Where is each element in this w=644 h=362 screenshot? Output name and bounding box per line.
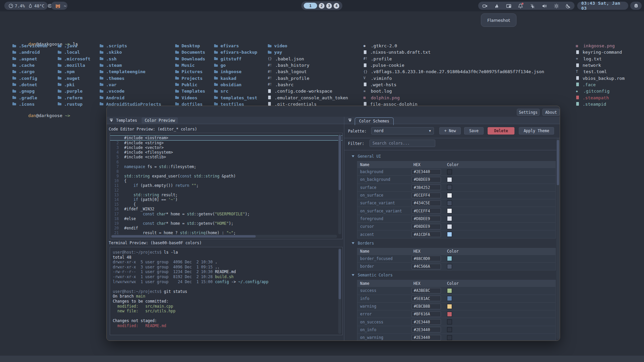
settings-button[interactable]: Settings [517,109,540,116]
delete-button[interactable]: Delete [488,127,514,135]
hex-value-field[interactable]: #4C566A [411,264,441,269]
hex-value-field[interactable]: #A1CDFA [411,231,441,237]
section-header[interactable]: General UI [352,154,556,159]
color-swatch[interactable] [447,304,452,309]
color-swatch[interactable] [447,169,452,174]
color-swatch[interactable] [447,335,452,340]
folder-icon [100,76,104,80]
color-swatch[interactable] [447,288,452,293]
schemes-scrollbar[interactable] [556,138,559,339]
line-number: 8 [110,169,119,174]
screen-lock-icon[interactable] [506,3,511,8]
workspace-1-active[interactable]: 1 [304,3,317,9]
hex-value-field[interactable]: #2E3440 [411,327,441,332]
hex-value-field[interactable]: #5E81AC [411,296,441,301]
brightness-sun-icon[interactable] [554,3,559,8]
tab-color-schemes[interactable]: Color Schemes [355,117,394,125]
color-swatch[interactable] [447,185,452,190]
file-name: .icons [19,102,35,107]
about-button[interactable]: About [542,109,560,116]
file-entry: Ttest.toml [576,68,625,75]
color-swatch[interactable] [447,319,452,324]
hex-value-field[interactable]: #3B4252 [411,185,441,190]
terminal-app-pill[interactable]: ~ [51,2,67,10]
scrollbar-thumb[interactable] [557,140,559,185]
hex-value-field[interactable]: #D8DEE9 [411,216,441,221]
file-name: .microsoft [64,56,90,61]
line-number: 19 [110,221,119,226]
scrollbar-thumb[interactable] [339,249,341,299]
color-swatch[interactable] [447,232,452,237]
file-name: .emulator_console_auth_token [275,95,348,100]
hex-value-field[interactable]: #434C5E [411,200,441,206]
color-swatch[interactable] [447,201,452,206]
folder-icon [12,96,16,100]
color-swatch[interactable] [447,208,452,213]
collapse-icon[interactable] [109,118,113,122]
file-name: .local [64,50,80,55]
terminal-vscrollbar[interactable] [338,248,341,334]
video-camera-icon[interactable] [482,3,487,8]
editor-hscrollbar[interactable] [111,235,337,238]
hex-value-field[interactable]: #D8DEE9 [411,177,441,183]
color-swatch[interactable] [447,224,452,229]
hex-value-field[interactable]: #ECEFF4 [411,208,441,214]
scrollbar-thumb[interactable] [339,135,341,190]
hex-value-field[interactable]: #ECEFF4 [411,193,441,198]
workspace-4[interactable]: 4 [334,3,339,9]
workspace-3[interactable]: 3 [326,3,332,9]
hex-value-field[interactable]: #88C0D0 [411,256,441,261]
clock[interactable]: 03:43 Sat, Jan 03 [577,2,628,10]
hex-value-field[interactable]: #2E3440 [411,319,441,325]
folder-icon [175,63,179,67]
shell-file-icon: #! [268,63,273,67]
color-swatch[interactable] [447,216,452,221]
collapse-icon[interactable] [348,118,352,122]
folder-icon [175,44,179,48]
tab-templates[interactable]: Templates [116,118,137,123]
section-header[interactable]: Semantic Colors [352,272,556,278]
hex-value-field[interactable]: #2E3440 [411,169,441,175]
save-button[interactable]: Save [464,127,484,135]
hex-value-field[interactable]: #D8DEE9 [411,224,441,229]
terminal-line: -rw-r--r-- 1 user group 1234 Dec 2 10:30… [110,269,342,274]
color-swatch[interactable] [447,193,452,198]
file-name: .bash_profile [275,76,309,81]
airplane-off-icon[interactable] [530,3,535,8]
color-swatch[interactable] [447,264,452,269]
notification-bell-icon[interactable] [518,3,523,8]
color-swatch[interactable] [447,327,452,332]
gauge-icon [8,3,13,8]
color-table: NameHEXColorbackground#2E3440on_backgrou… [357,161,556,239]
color-swatch[interactable] [447,177,452,182]
color-swatch[interactable] [447,256,452,261]
folder-icon [268,50,272,54]
color-swatch[interactable] [447,312,452,317]
section-header[interactable]: Borders [352,241,556,246]
filter-input[interactable]: Search colors... [369,140,435,147]
apply-theme-button[interactable]: Apply Theme [519,127,554,135]
shell-prompt-line-2[interactable]: dan@darkgoose ~> [12,108,70,123]
flameshot-flame-icon[interactable] [494,3,499,8]
power-menu[interactable] [630,2,642,10]
file-name: log.txt [583,56,602,61]
editor-vscrollbar[interactable] [338,134,341,234]
volume-icon[interactable] [542,3,547,8]
tab-color-preview[interactable]: Color Preview [142,117,178,123]
hex-value-field[interactable]: #A3BE8C [411,288,441,294]
palette-select[interactable]: nord ▼ [371,127,434,135]
hex-value-field[interactable]: #2E3440 [411,335,441,341]
workspace-2[interactable]: 2 [319,3,325,9]
color-row: accent#A1CDFA [357,230,555,238]
scrollbar-thumb[interactable] [111,235,256,238]
notification-badge [522,3,524,5]
new-palette-button[interactable]: + New [439,127,461,135]
hex-value-field[interactable]: #BF616A [411,311,441,317]
hex-value-field[interactable]: #EBCB8B [411,304,441,309]
file-entry: ≡boot.log [363,88,544,94]
file-entry: .ServiceHub [12,43,48,49]
color-swatch[interactable] [447,296,452,301]
night-light-off-icon[interactable] [565,3,571,8]
file-entry: {}.babel.json [268,56,348,62]
shell-file-icon: #! [363,57,368,61]
